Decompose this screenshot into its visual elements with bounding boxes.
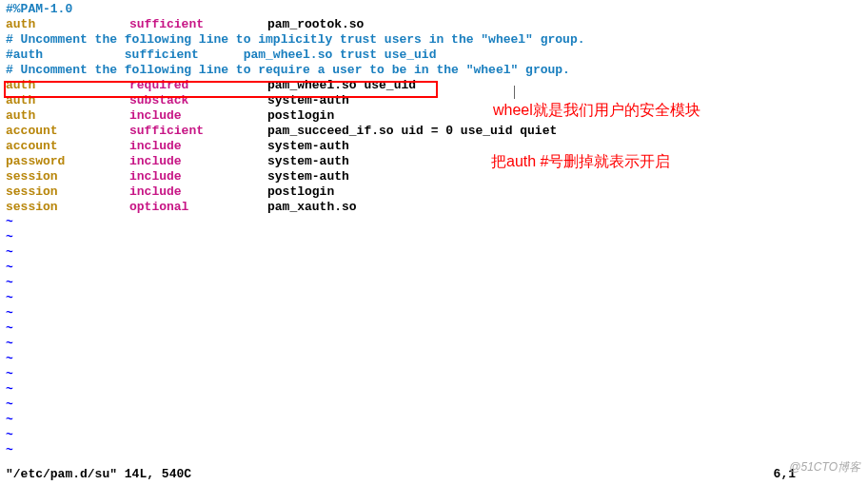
empty-line-tilde: ~ <box>6 443 862 458</box>
code-line: authrequiredpam_wheel.so use_uid <box>6 78 862 93</box>
code-line: authsubstacksystem-auth <box>6 93 862 108</box>
code-line: authincludepostlogin <box>6 108 862 124</box>
code-line: sessionincludesystem-auth <box>6 169 862 184</box>
empty-line-tilde: ~ <box>6 291 862 306</box>
empty-line-tilde: ~ <box>6 276 862 291</box>
text-cursor <box>514 86 515 99</box>
code-line: authsufficientpam_rootok.so <box>6 17 862 32</box>
empty-line-tilde: ~ <box>6 398 862 413</box>
empty-line-tilde: ~ <box>6 321 862 337</box>
code-line: accountincludesystem-auth <box>6 139 862 154</box>
annotation-wheel: wheel就是我们用户的安全模块 <box>493 101 700 121</box>
empty-line-tilde: ~ <box>6 337 862 352</box>
empty-line-tilde: ~ <box>6 215 862 230</box>
empty-line-tilde: ~ <box>6 352 862 367</box>
empty-line-tilde: ~ <box>6 428 862 443</box>
code-line: passwordincludesystem-auth <box>6 154 862 169</box>
code-line: sessionincludepostlogin <box>6 184 862 200</box>
code-line: sessionoptionalpam_xauth.so <box>6 200 862 215</box>
code-line: # Uncomment the following line to requir… <box>6 63 862 78</box>
status-file-info: "/etc/pam.d/su" 14L, 540C <box>6 467 191 481</box>
code-line: #auth sufficient pam_wheel.so trust use_… <box>6 48 862 63</box>
code-line: # Uncomment the following line to implic… <box>6 32 862 48</box>
empty-line-tilde: ~ <box>6 382 862 398</box>
empty-line-tilde: ~ <box>6 230 862 245</box>
code-line: accountsufficientpam_succeed_if.so uid =… <box>6 124 862 139</box>
empty-line-tilde: ~ <box>6 306 862 321</box>
empty-line-tilde: ~ <box>6 413 862 428</box>
status-bar: "/etc/pam.d/su" 14L, 540C 6,1 <box>6 467 862 481</box>
annotation-auth: 把auth #号删掉就表示开启 <box>491 152 670 172</box>
watermark: @51CTO博客 <box>789 459 860 475</box>
code-line: #%PAM-1.0 <box>6 2 862 17</box>
empty-line-tilde: ~ <box>6 245 862 261</box>
empty-line-tilde: ~ <box>6 261 862 276</box>
editor-content[interactable]: #%PAM-1.0authsufficientpam_rootok.so# Un… <box>0 0 868 460</box>
empty-line-tilde: ~ <box>6 367 862 382</box>
